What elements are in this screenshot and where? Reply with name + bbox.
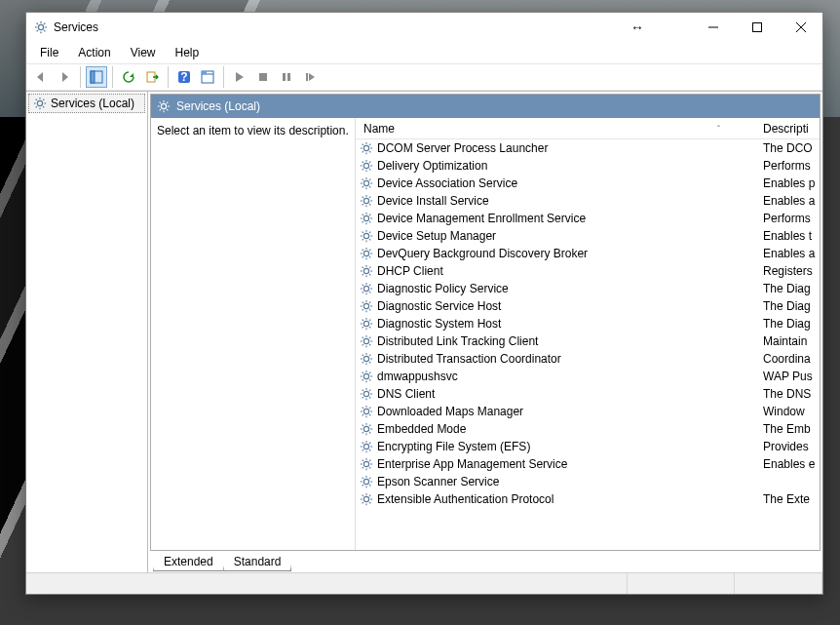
service-name: DCOM Server Process Launcher — [377, 141, 548, 155]
service-row[interactable]: Device Management Enrollment ServicePerf… — [356, 210, 820, 227]
service-row[interactable]: Distributed Link Tracking ClientMaintain — [356, 332, 820, 350]
show-hide-console-tree-button[interactable] — [86, 66, 107, 88]
help-button[interactable]: ? — [173, 66, 195, 88]
svg-line-219 — [363, 478, 363, 479]
service-row[interactable]: DHCP ClientRegisters — [356, 262, 820, 280]
service-row[interactable]: Device Setup ManagerEnables t — [356, 227, 820, 245]
pause-service-button[interactable] — [276, 66, 297, 88]
gear-icon — [360, 212, 373, 225]
service-description: Enables e — [763, 457, 815, 471]
svg-line-141 — [369, 320, 370, 321]
service-row[interactable]: Diagnostic Service HostThe Diag — [356, 297, 820, 315]
service-description: Enables a — [763, 194, 815, 208]
service-row[interactable]: DevQuery Background Discovery BrokerEnab… — [356, 245, 820, 262]
svg-line-67 — [369, 186, 370, 187]
service-name: DNS Client — [377, 387, 435, 401]
service-row[interactable]: Downloaded Maps ManagerWindow — [356, 403, 820, 420]
service-description: The Diag — [763, 317, 811, 331]
service-row[interactable]: Embedded ModeThe Emb — [356, 420, 820, 438]
service-row[interactable]: Device Association ServiceEnables p — [356, 175, 820, 192]
tab-standard[interactable]: Standard — [223, 553, 292, 571]
gear-icon — [360, 247, 373, 260]
svg-line-87 — [369, 215, 370, 215]
service-row[interactable]: dmwappushsvcWAP Pus — [356, 368, 820, 385]
forward-button[interactable] — [54, 66, 75, 88]
svg-point-169 — [363, 391, 368, 396]
svg-rect-22 — [283, 73, 286, 81]
column-header-name[interactable]: Name ˆ — [360, 122, 759, 136]
menu-view[interactable]: View — [121, 44, 166, 61]
svg-line-120 — [363, 285, 363, 286]
service-row[interactable]: Distributed Transaction CoordinatorCoord… — [356, 350, 820, 368]
svg-line-229 — [369, 502, 370, 503]
service-name: Extensible Authentication Protocol — [377, 492, 554, 506]
menu-help[interactable]: Help — [166, 44, 210, 61]
svg-line-69 — [369, 179, 370, 180]
tree-pane[interactable]: Services (Local) — [26, 92, 148, 572]
close-button[interactable] — [779, 13, 822, 42]
svg-line-132 — [369, 302, 370, 303]
svg-point-43 — [363, 145, 368, 150]
svg-point-187 — [363, 426, 368, 431]
minimize-button[interactable] — [691, 13, 735, 42]
service-name: Device Setup Manager — [377, 229, 496, 243]
maximize-button[interactable] — [735, 13, 779, 42]
tree-node-services-local[interactable]: Services (Local) — [28, 94, 145, 113]
service-row[interactable]: DCOM Server Process LauncherThe DCO — [356, 139, 820, 157]
svg-line-203 — [363, 449, 363, 450]
svg-line-48 — [363, 144, 363, 145]
titlebar[interactable]: Services ↔ — [26, 13, 822, 42]
properties-button[interactable] — [197, 66, 218, 88]
service-row[interactable]: Encrypting File System (EFS)Provides — [356, 438, 820, 455]
service-row[interactable]: DNS ClientThe DNS — [356, 385, 820, 403]
service-row[interactable]: Device Install ServiceEnables a — [356, 192, 820, 210]
services-window: Services ↔ File Action View Help ? — [25, 12, 823, 595]
service-row[interactable]: Enterprise App Management ServiceEnables… — [356, 455, 820, 473]
svg-line-147 — [363, 337, 363, 338]
refresh-button[interactable] — [118, 66, 139, 88]
restart-service-button[interactable] — [299, 66, 321, 88]
list-pane[interactable]: Name ˆ Descripti DCOM Server Process Lau… — [356, 118, 820, 550]
start-service-button[interactable] — [229, 66, 250, 88]
toolbar-separator — [112, 66, 113, 88]
svg-line-222 — [369, 478, 370, 479]
column-header-description[interactable]: Descripti — [759, 122, 820, 136]
service-row[interactable]: Diagnostic Policy ServiceThe Diag — [356, 280, 820, 297]
service-name: Distributed Link Tracking Client — [377, 334, 538, 348]
gear-icon — [360, 370, 373, 383]
svg-line-193 — [369, 432, 370, 433]
service-description: Performs — [763, 212, 811, 225]
service-description: The Exte — [763, 492, 810, 506]
svg-line-201 — [363, 443, 363, 444]
description-prompt: Select an item to view its description. — [157, 124, 349, 137]
svg-point-133 — [363, 321, 368, 326]
menu-file[interactable]: File — [30, 44, 68, 61]
horizontal-scrollbar[interactable] — [356, 508, 820, 525]
service-row[interactable]: Epson Scanner Service — [356, 473, 820, 490]
service-row[interactable]: Extensible Authentication ProtocolThe Ex… — [356, 490, 820, 508]
svg-line-177 — [369, 390, 370, 391]
svg-point-0 — [38, 24, 43, 29]
menu-action[interactable]: Action — [68, 44, 120, 61]
svg-point-61 — [363, 180, 368, 185]
svg-line-221 — [363, 485, 363, 486]
tab-extended[interactable]: Extended — [153, 553, 224, 571]
service-name: Downloaded Maps Manager — [377, 405, 523, 418]
service-row[interactable]: Delivery OptimizationPerforms — [356, 157, 820, 175]
service-description: The Emb — [763, 422, 811, 436]
back-button[interactable] — [30, 66, 52, 88]
svg-line-7 — [37, 30, 38, 31]
svg-line-212 — [363, 467, 363, 468]
svg-line-85 — [369, 221, 370, 222]
svg-line-129 — [363, 302, 363, 303]
svg-line-130 — [369, 309, 370, 310]
gear-icon — [360, 317, 373, 331]
stop-service-button[interactable] — [252, 66, 274, 88]
resize-indicator-icon: ↔ — [623, 20, 652, 35]
gear-icon — [360, 440, 373, 453]
export-list-button[interactable] — [141, 66, 163, 88]
service-description: Enables p — [763, 176, 815, 190]
service-row[interactable]: Diagnostic System HostThe Diag — [356, 315, 820, 332]
toolbar-separator — [223, 66, 224, 88]
svg-line-96 — [369, 232, 370, 233]
